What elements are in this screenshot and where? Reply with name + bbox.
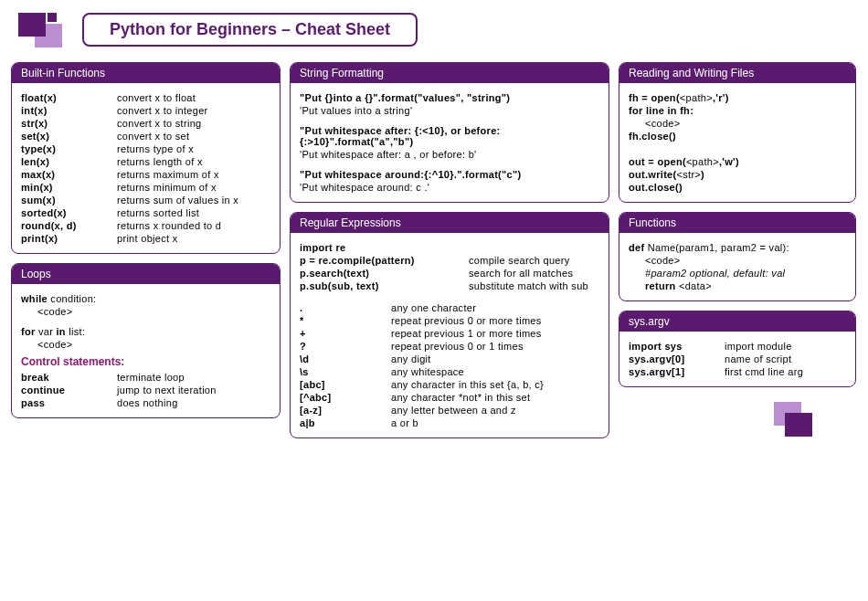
row-val: a or b	[391, 417, 599, 428]
row-val: convert x to set	[117, 131, 270, 142]
page-title: Python for Beginners – Cheat Sheet	[82, 13, 418, 47]
row-key: len(x)	[21, 156, 117, 167]
table-row: *repeat previous 0 or more times	[300, 315, 599, 326]
code-line: return <data>	[629, 280, 846, 291]
row-key: [a-z]	[300, 405, 391, 416]
panel-builtins: Built-in Functions float(x)convert x to …	[11, 62, 281, 254]
row-val: returns sorted list	[117, 207, 270, 218]
code-line: def Name(param1, param2 = val):	[629, 242, 846, 253]
table-row: p.search(text)search for all matches	[300, 268, 599, 279]
table-row: [abc]any character in this set {a, b, c}	[300, 379, 599, 390]
row-val: convert x to integer	[117, 105, 270, 116]
table-row: p = re.compile(pattern)compile search qu…	[300, 255, 599, 266]
table-row: import re	[300, 242, 599, 253]
row-key: \s	[300, 366, 391, 377]
row-key: import re	[300, 242, 469, 253]
table-row: sum(x)returns sum of values in x	[21, 195, 270, 206]
decoration-icon	[774, 402, 829, 443]
row-val: name of script	[725, 353, 846, 364]
table-row: \sany whitespace	[300, 366, 599, 377]
row-val: first cmd line arg	[725, 366, 846, 377]
row-key: p.sub(sub, text)	[300, 280, 469, 291]
code-line: fh = open(<path>,'r')	[629, 92, 846, 103]
row-val: convert x to float	[117, 92, 270, 103]
row-key: \d	[300, 353, 391, 364]
row-val: substitute match with sub	[469, 280, 599, 291]
panel-argv: sys.argv import sysimport modulesys.argv…	[619, 311, 856, 387]
table-row: set(x)convert x to set	[21, 131, 270, 142]
row-key: [^abc]	[300, 392, 391, 403]
table-row: import sysimport module	[629, 341, 846, 352]
table-row: [^abc]any character *not* in this set	[300, 392, 599, 403]
row-val: jump to next iteration	[117, 385, 270, 395]
row-val: repeat previous 1 or more times	[391, 328, 599, 339]
row-key: float(x)	[21, 92, 117, 103]
table-row: \dany digit	[300, 353, 599, 364]
panel-head-loops: Loops	[12, 264, 280, 284]
row-val: any whitespace	[391, 366, 599, 377]
row-key: *	[300, 315, 391, 326]
row-key: round(x, d)	[21, 220, 117, 231]
table-row: type(x)returns type of x	[21, 143, 270, 154]
row-val: convert x to string	[117, 118, 270, 129]
row-key: continue	[21, 385, 117, 395]
row-key: import sys	[629, 341, 725, 352]
row-key: max(x)	[21, 169, 117, 180]
row-key: pass	[21, 397, 117, 408]
row-val: repeat previous 0 or more times	[391, 315, 599, 326]
row-val: returns type of x	[117, 143, 270, 154]
row-val: any character in this set {a, b, c}	[391, 379, 599, 390]
code-line: "Put {}into a {}".format("values", "stri…	[300, 92, 599, 103]
row-val: compile search query	[469, 255, 599, 266]
panel-regex: Regular Expressions import rep = re.comp…	[290, 212, 609, 438]
code-line: <code>	[21, 306, 270, 317]
panel-strfmt: String Formatting "Put {}into a {}".form…	[290, 62, 609, 203]
code-line: <code>	[629, 118, 846, 129]
table-row: breakterminate loop	[21, 372, 270, 383]
row-val: search for all matches	[469, 268, 599, 279]
row-key: sys.argv[1]	[629, 366, 725, 377]
table-row: sorted(x)returns sorted list	[21, 207, 270, 218]
row-val: any character *not* in this set	[391, 392, 599, 403]
row-key: break	[21, 372, 117, 383]
table-row: float(x)convert x to float	[21, 92, 270, 103]
row-key: a|b	[300, 417, 391, 428]
row-val: does nothing	[117, 397, 270, 408]
table-row: round(x, d)returns x rounded to d	[21, 220, 270, 231]
panel-loops: Loops while condition: <code> for var in…	[11, 263, 281, 418]
row-val: any letter between a and z	[391, 405, 599, 416]
row-val: any digit	[391, 353, 599, 364]
code-line: out = open(<path>,'w')	[629, 156, 846, 167]
code-line: for var in list:	[21, 326, 270, 337]
table-row: min(x)returns minimum of x	[21, 182, 270, 193]
code-line: "Put whitespace after: {:<10}, or before…	[300, 125, 599, 147]
panel-head-builtins: Built-in Functions	[12, 63, 280, 83]
table-row: +repeat previous 1 or more times	[300, 328, 599, 339]
code-line: "Put whitespace around:{:^10}.".format("…	[300, 169, 599, 180]
code-line: out.write(<str>)	[629, 169, 846, 180]
row-val: any one character	[391, 302, 599, 313]
table-row: int(x)convert x to integer	[21, 105, 270, 116]
table-row: p.sub(sub, text)substitute match with su…	[300, 280, 599, 291]
table-row: str(x)convert x to string	[21, 118, 270, 129]
table-row: len(x)returns length of x	[21, 156, 270, 167]
panel-head-regex: Regular Expressions	[291, 213, 609, 233]
panel-head-files: Reading and Writing Files	[619, 63, 855, 83]
table-row: ?repeat previous 0 or 1 times	[300, 341, 599, 352]
table-row: sys.argv[1]first cmd line arg	[629, 366, 846, 377]
row-key: int(x)	[21, 105, 117, 116]
row-val: print object x	[117, 233, 270, 244]
table-row: [a-z]any letter between a and z	[300, 405, 599, 416]
row-val: returns x rounded to d	[117, 220, 270, 231]
table-row: passdoes nothing	[21, 397, 270, 408]
table-row: sys.argv[0]name of script	[629, 353, 846, 364]
code-line: 'Put whitespace after: a , or before: b'	[300, 149, 599, 160]
code-line	[629, 143, 846, 154]
code-line: while condition:	[21, 293, 270, 304]
row-val: repeat previous 0 or 1 times	[391, 341, 599, 352]
code-line: <code>	[629, 255, 846, 266]
panel-funcs: Functions def Name(param1, param2 = val)…	[619, 212, 856, 301]
code-line: #param2 optional, default: val	[629, 268, 846, 279]
row-key: sys.argv[0]	[629, 353, 725, 364]
row-val	[469, 242, 599, 253]
